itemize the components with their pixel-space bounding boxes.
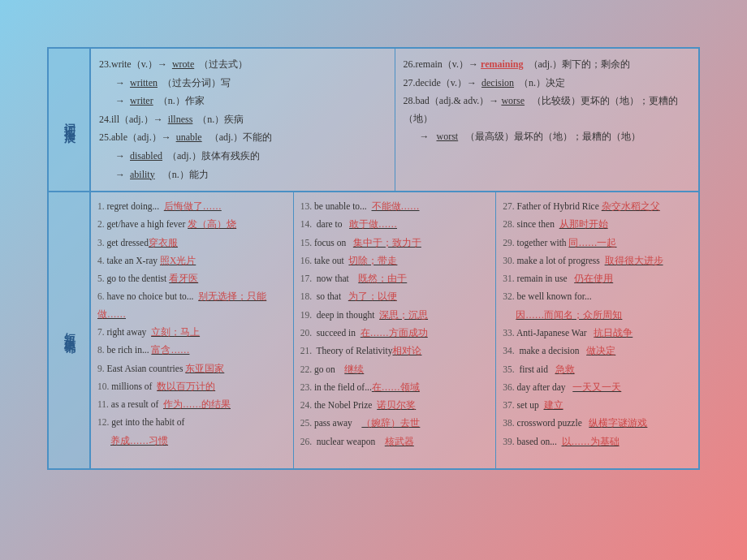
- vocab-item-23c: → writer （n.）作家: [99, 93, 386, 110]
- phrase-15: 15. focus on 集中于；致力于: [300, 235, 490, 252]
- phrase-2: 2. get/have a high fever 发（高）烧: [97, 216, 287, 233]
- vocab-section: 词汇拓展 23.write（v.）→ wrote （过去式） → written…: [49, 49, 698, 192]
- main-container: 词汇拓展 23.write（v.）→ wrote （过去式） → written…: [47, 47, 700, 470]
- phrases-col2: 13. be unable to... 不能做…… 14. dare to 敢于…: [294, 192, 497, 468]
- phrase-29: 29. together with 同……一起: [503, 235, 692, 252]
- vocab-item-24: 24.ill（adj.）→ illness （n.）疾病: [99, 111, 386, 129]
- vocab-item-23: 23.write（v.）→ wrote （过去式）: [99, 56, 386, 74]
- phrase-5: 5. go to the dentist 看牙医: [97, 270, 287, 287]
- phrase-22: 22. go on 继续: [300, 361, 490, 378]
- phrase-9: 9. East Asian countries 东亚国家: [97, 360, 287, 377]
- phrase-11: 11. as a result of 作为……的结果: [97, 396, 287, 413]
- phrase-37: 37. set up 建立: [503, 397, 692, 414]
- vocab-item-25: 25.able（adj.）→ unable （adj.）不能的: [99, 129, 386, 147]
- phrase-26: 26. nuclear weapon 核武器: [300, 433, 490, 450]
- phrase-20: 20. succeed in 在……方面成功: [300, 325, 490, 342]
- phrase-7: 7. right away 立刻；马上: [97, 324, 287, 341]
- phrase-24: 24. the Nobel Prize 诺贝尔奖: [300, 397, 490, 414]
- phrase-21: 21. Theory of Relativity相对论: [300, 342, 490, 360]
- vocab-item-28: 28.bad（adj.& adv.）→ worse （比较级）更坏的（地）；更糟…: [404, 93, 691, 127]
- phrases-section: 短语集锦 1. regret doing... 后悔做了…… 2. get/ha…: [49, 192, 698, 468]
- phrase-16: 16. take out 切除；带走: [300, 252, 490, 269]
- phrase-18: 18. so that 为了；以便: [300, 288, 490, 305]
- phrase-12b: 养成……习惯: [97, 433, 287, 450]
- phrase-1: 1. regret doing... 后悔做了……: [97, 198, 287, 215]
- vocab-item-27: 27.decide（v.）→ decision （n.）决定: [404, 75, 691, 93]
- phrase-3: 3. get dressed穿衣服: [97, 235, 287, 252]
- phrase-4: 4. take an X-ray 照X光片: [97, 252, 287, 269]
- phrases-col3: 27. Father of Hybrid Rice 杂交水稻之父 28. sin…: [496, 192, 698, 468]
- phrase-36: 36. day after day 一天又一天: [503, 379, 692, 396]
- phrase-39: 39. based on... 以……为基础: [503, 433, 692, 450]
- vocab-right: 26.remain（v.）→ remaining （adj.）剩下的；剩余的 2…: [395, 49, 699, 191]
- phrase-38: 38. crossword puzzle 纵横字谜游戏: [503, 415, 692, 432]
- phrase-34: 34. make a decision 做决定: [503, 342, 692, 360]
- vocab-item-26: 26.remain（v.）→ remaining （adj.）剩下的；剩余的: [404, 56, 691, 74]
- phrase-28: 28. since then 从那时开始: [503, 216, 692, 233]
- phrase-19: 19. deep in thought 深思；沉思: [300, 307, 490, 324]
- phrases-content: 1. regret doing... 后悔做了…… 2. get/have a …: [91, 192, 698, 468]
- vocab-item-25c: → ability （n.）能力: [99, 166, 386, 184]
- phrase-12: 12. get into the habit of: [97, 414, 287, 431]
- phrase-14: 14. dare to 敢于做……: [300, 216, 490, 233]
- phrase-33: 33. Anti-Japanese War 抗日战争: [503, 325, 692, 342]
- vocab-item-25b: → disabled （adj.）肢体有残疾的: [99, 148, 386, 166]
- phrase-27: 27. Father of Hybrid Rice 杂交水稻之父: [503, 198, 692, 215]
- vocab-item-28b: → worst （最高级）最坏的（地）；最糟的（地）: [404, 128, 691, 146]
- phrase-23: 23. in the field of...在……领域: [300, 379, 490, 396]
- phrase-17: 17. now that 既然；由于: [300, 270, 490, 287]
- phrase-30: 30. make a lot of progress 取得很大进步: [503, 252, 692, 269]
- vocab-item-23b: → written （过去分词）写: [99, 75, 386, 93]
- vocab-label: 词汇拓展: [49, 49, 91, 191]
- phrase-25: 25. pass away （婉辞）去世: [300, 415, 490, 432]
- phrase-35: 35. first aid 急救: [503, 361, 692, 378]
- phrases-label: 短语集锦: [49, 192, 91, 468]
- phrase-13: 13. be unable to... 不能做……: [300, 198, 490, 215]
- phrase-32b: 因……而闻名；众所周知: [503, 307, 692, 324]
- phrase-6: 6. have no choice but to... 别无选择；只能做……: [97, 288, 287, 323]
- phrase-8: 8. be rich in... 富含……: [97, 342, 287, 359]
- phrase-32: 32. be well known for...: [503, 288, 692, 305]
- phrase-10: 10. millions of 数以百万计的: [97, 378, 287, 395]
- phrases-col1: 1. regret doing... 后悔做了…… 2. get/have a …: [91, 192, 294, 468]
- vocab-left: 23.write（v.）→ wrote （过去式） → written （过去分…: [91, 49, 395, 191]
- phrase-31: 31. remain in use 仍在使用: [503, 270, 692, 287]
- vocab-content: 23.write（v.）→ wrote （过去式） → written （过去分…: [91, 49, 698, 191]
